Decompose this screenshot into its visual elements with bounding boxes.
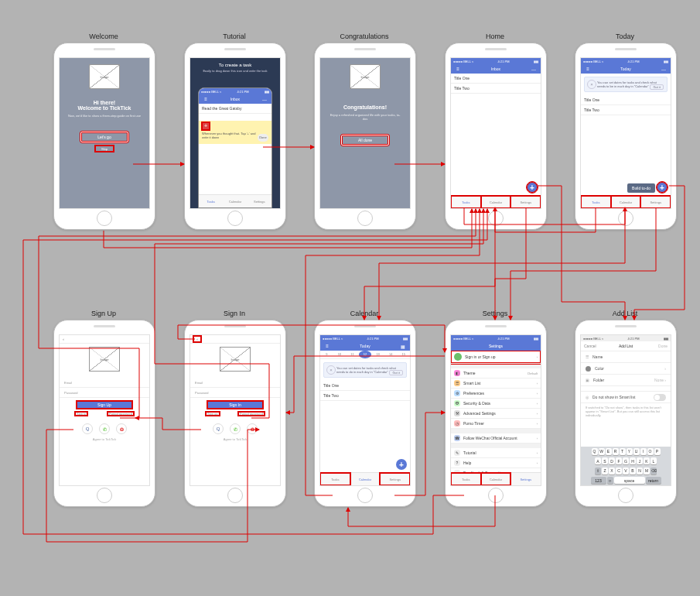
tab-settings[interactable]: Settings bbox=[510, 473, 541, 485]
tab-calendar[interactable]: Calendar bbox=[481, 473, 511, 485]
qq-icon[interactable]: Q bbox=[213, 423, 224, 434]
task-row[interactable]: Title Two bbox=[581, 105, 671, 115]
setting-theme[interactable]: ◧ThemeDefault bbox=[451, 368, 541, 378]
setting-smartlist[interactable]: ☰Smart List› bbox=[451, 378, 541, 389]
fab-add[interactable]: + bbox=[527, 182, 538, 193]
task-row[interactable]: Title One bbox=[320, 381, 410, 391]
tab-tasks[interactable]: Tasks bbox=[451, 196, 481, 208]
back-icon[interactable]: ‹ bbox=[60, 335, 149, 344]
calendar-mode-icon[interactable]: ▦ bbox=[398, 341, 408, 351]
tab-settings[interactable]: Settings bbox=[248, 195, 271, 207]
more-icon[interactable]: ⋯ bbox=[658, 64, 669, 74]
email-field[interactable]: Email bbox=[60, 378, 149, 388]
menu-icon[interactable]: ≡ bbox=[200, 94, 211, 104]
tab-tasks[interactable]: Tasks bbox=[451, 473, 481, 485]
tutorial-done[interactable]: Done bbox=[258, 134, 268, 142]
task-row[interactable]: Title Two bbox=[320, 391, 410, 401]
label-calendar: Calendar bbox=[314, 310, 415, 317]
tab-calendar[interactable]: Calendar bbox=[611, 196, 641, 208]
nav-title: Today bbox=[360, 344, 370, 348]
tabbar: Tasks Calendar Settings bbox=[451, 472, 541, 485]
setting-tutorial[interactable]: ✎Tutorial› bbox=[451, 448, 541, 458]
color-row[interactable]: Color› bbox=[581, 363, 671, 375]
tab-tasks[interactable]: Tasks bbox=[581, 196, 611, 208]
nav-title: Inbox bbox=[491, 67, 500, 71]
signin-row[interactable]: Sign in or Sign up› bbox=[451, 351, 541, 364]
got-it-button[interactable]: Got it bbox=[389, 370, 403, 375]
signup-button[interactable]: Sign Up bbox=[77, 401, 132, 409]
password-field[interactable]: Password bbox=[190, 388, 280, 398]
name-field[interactable]: ☰Name bbox=[581, 351, 671, 363]
setting-help[interactable]: ?Help› bbox=[451, 458, 541, 468]
setting-security[interactable]: ⛨Security & Data› bbox=[451, 399, 541, 409]
tutorial-sub: Easily to drag down this icon and write … bbox=[200, 69, 271, 73]
forgot-password-link[interactable]: Forgot password bbox=[108, 412, 134, 416]
welcome-skip-button[interactable]: Skip bbox=[95, 146, 114, 152]
setting-follow[interactable]: ☎Follow WeChat Official Account› bbox=[451, 433, 541, 444]
tab-tasks[interactable]: Tasks bbox=[199, 195, 223, 207]
tab-settings[interactable]: Settings bbox=[380, 473, 410, 485]
setting-advanced[interactable]: ⚒Advanced Settings› bbox=[451, 409, 541, 419]
done-button[interactable]: Done bbox=[658, 344, 668, 348]
tab-tasks[interactable]: Tasks bbox=[320, 473, 350, 485]
tutorial-add-icon[interactable]: + bbox=[202, 122, 210, 130]
wechat-icon[interactable]: ✆ bbox=[99, 423, 110, 434]
build-todo-button[interactable]: Build to-do bbox=[627, 183, 655, 193]
more-icon[interactable]: ⋯ bbox=[259, 94, 270, 104]
cancel-button[interactable]: Cancel bbox=[584, 344, 596, 348]
folder-row[interactable]: ▣FolderNone › bbox=[581, 375, 671, 386]
congrats-done-button[interactable]: All done bbox=[341, 135, 389, 146]
welcome-sub: Now, we'd like to show a three-step guid… bbox=[67, 114, 142, 118]
switch-signin-link[interactable]: Sign in bbox=[75, 412, 87, 416]
weibo-icon[interactable]: ❂ bbox=[116, 423, 127, 434]
close-icon[interactable]: × bbox=[587, 80, 596, 89]
image-placeholder: Image bbox=[89, 64, 120, 89]
task-row[interactable]: Title One bbox=[451, 74, 541, 84]
back-icon[interactable]: ‹ bbox=[193, 336, 201, 342]
menu-icon[interactable]: ≡ bbox=[452, 64, 463, 74]
screen-signin: ‹ Image Email Password Sign In Sign up F… bbox=[184, 320, 286, 507]
close-icon[interactable]: × bbox=[326, 365, 336, 375]
fab-add[interactable]: + bbox=[657, 182, 668, 193]
keyboard[interactable]: QWERTYUIOP ASDFGHJKL ⇧ZXCVBNM⌫ 123☺space… bbox=[581, 447, 671, 485]
smartlist-toggle-row[interactable]: ◎Do not show in Smart list bbox=[581, 391, 671, 403]
screen-home: ●●●●● BELL ≈4:21 PM▮▮▮ ≡Inbox⋯ Title One… bbox=[445, 43, 547, 230]
label-settings: Settings bbox=[445, 310, 545, 317]
email-field[interactable]: Email bbox=[190, 378, 280, 388]
label-today: Today bbox=[575, 33, 675, 40]
task-row[interactable]: Title Two bbox=[451, 84, 541, 94]
setting-pomo[interactable]: ◷Pomo Timer› bbox=[451, 419, 541, 429]
tip-card: × You can set dates for tasks and check … bbox=[584, 77, 668, 92]
switch-signup-link[interactable]: Sign up bbox=[206, 412, 220, 416]
tab-calendar[interactable]: Calendar bbox=[223, 195, 247, 207]
tab-settings[interactable]: Settings bbox=[640, 196, 671, 208]
menu-icon[interactable]: ≡ bbox=[582, 64, 593, 74]
tab-calendar[interactable]: Calendar bbox=[350, 473, 381, 485]
congrats-title: Congratulations! bbox=[320, 104, 410, 110]
label-signup: Sign Up bbox=[53, 310, 154, 317]
tab-settings[interactable]: Settings bbox=[510, 196, 541, 208]
toggle-switch[interactable] bbox=[654, 394, 666, 401]
wechat-icon[interactable]: ✆ bbox=[230, 423, 241, 434]
weibo-icon[interactable]: ❂ bbox=[247, 423, 258, 434]
tip-text: You can set dates for tasks and check wh… bbox=[597, 80, 657, 88]
fab-add[interactable]: + bbox=[396, 459, 407, 470]
welcome-start-button[interactable]: Let's go bbox=[80, 132, 128, 142]
label-home: Home bbox=[445, 33, 545, 40]
task-row[interactable]: Read the Great Gatsby bbox=[199, 104, 271, 114]
forgot-password-link[interactable]: Forgot password bbox=[238, 412, 265, 416]
week-strip[interactable]: 91011 12 131415 bbox=[320, 351, 410, 359]
more-icon[interactable]: ⋯ bbox=[528, 64, 539, 74]
menu-icon[interactable]: ≡ bbox=[322, 341, 333, 351]
setting-preferences[interactable]: ⚙Preferences› bbox=[451, 389, 541, 399]
welcome-title2: Welcome to TickTick bbox=[60, 105, 149, 111]
got-it-button[interactable]: Got it bbox=[650, 84, 664, 90]
tab-calendar[interactable]: Calendar bbox=[481, 196, 511, 208]
signin-button[interactable]: Sign In bbox=[207, 401, 263, 409]
label-welcome: Welcome bbox=[53, 33, 154, 40]
nav-title: Settings bbox=[489, 344, 503, 348]
task-row[interactable]: Title One bbox=[581, 95, 671, 105]
password-field[interactable]: Password bbox=[60, 388, 149, 398]
qq-icon[interactable]: Q bbox=[82, 423, 93, 434]
screen-addlist: ●●●●● BELL ≈4:21 PM▮▮▮ Cancel Add List D… bbox=[575, 320, 677, 507]
